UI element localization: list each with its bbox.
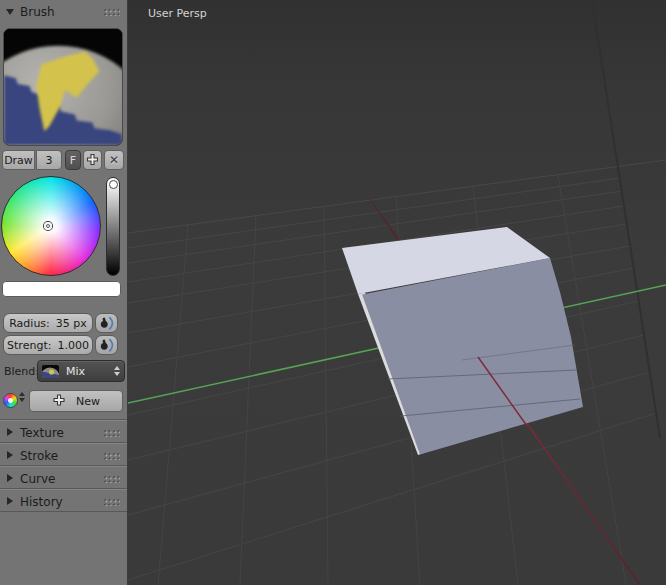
tool-mode-button[interactable]: Draw <box>2 150 35 170</box>
color-wheel[interactable] <box>1 176 101 276</box>
palette-browse-button[interactable] <box>3 393 18 408</box>
grip-dots-icon[interactable] <box>103 429 120 437</box>
texture-slot-button[interactable]: 3 <box>36 150 62 170</box>
panel-title: Texture <box>20 426 64 440</box>
new-button-label: New <box>76 395 100 408</box>
pressure-icon <box>96 336 117 354</box>
brush-panel-header[interactable]: Brush <box>0 0 127 23</box>
blend-label: Blend: <box>4 365 39 378</box>
expand-caret-icon <box>7 474 13 482</box>
blend-dropdown[interactable]: Mix <box>37 360 125 382</box>
grid-boundary-line <box>592 0 660 438</box>
value-slider[interactable] <box>106 177 120 276</box>
expand-caret-icon <box>7 428 13 436</box>
new-palette-button[interactable]: New <box>29 390 123 412</box>
expand-caret-icon <box>7 497 13 505</box>
unlink-brush-button[interactable]: ✕ <box>104 150 124 170</box>
dropdown-arrows-icon <box>114 366 120 376</box>
radius-value: 35 px <box>56 317 87 330</box>
grip-dots-icon[interactable] <box>103 8 120 16</box>
fkey-toggle-button[interactable]: F <box>65 150 81 170</box>
strength-pressure-button[interactable] <box>95 335 118 355</box>
cube[interactable] <box>342 227 583 455</box>
pressure-icon <box>96 314 117 332</box>
close-icon: ✕ <box>109 153 119 167</box>
panel-header-texture[interactable]: Texture <box>0 420 127 443</box>
panel-header-curve[interactable]: Curve <box>0 466 127 489</box>
panel-header-history[interactable]: History <box>0 489 127 512</box>
expand-caret-icon <box>7 451 13 459</box>
collapse-caret-icon <box>6 9 14 15</box>
strength-slider[interactable]: Strengt: 1.000 <box>3 335 93 355</box>
radius-label: Radius: <box>9 317 50 330</box>
panel-title: Stroke <box>20 449 58 463</box>
tool-shelf: Brush <box>0 0 128 585</box>
active-color-swatch[interactable] <box>2 281 121 297</box>
panel-header-stroke[interactable]: Stroke <box>0 443 127 466</box>
blender-window: Brush <box>0 0 666 585</box>
brush-preview-image <box>4 29 122 145</box>
panel-title: History <box>20 495 63 509</box>
radius-pressure-button[interactable] <box>95 313 118 333</box>
scene-svg <box>128 0 666 585</box>
panel-title: Curve <box>20 472 55 486</box>
value-slider-handle[interactable] <box>109 180 118 189</box>
blend-value: Mix <box>66 365 114 378</box>
panel-title: Brush <box>20 5 55 19</box>
plus-icon <box>52 393 66 407</box>
grip-dots-icon[interactable] <box>103 452 120 460</box>
datablock-arrows-icon[interactable] <box>19 392 25 409</box>
view-label: User Persp <box>148 7 207 20</box>
grip-dots-icon[interactable] <box>103 498 120 506</box>
add-brush-button[interactable] <box>83 150 102 170</box>
blend-thumbnail <box>42 365 59 378</box>
strength-label: Strengt: <box>7 339 51 352</box>
color-wheel-cursor[interactable] <box>44 222 52 230</box>
brush-preview <box>3 28 123 146</box>
cube-front-face[interactable] <box>362 258 583 455</box>
strength-value: 1.000 <box>57 339 89 352</box>
viewport-3d[interactable]: User Persp <box>128 0 666 585</box>
plus-icon <box>84 151 101 169</box>
grip-dots-icon[interactable] <box>103 475 120 483</box>
radius-slider[interactable]: Radius: 35 px <box>3 313 93 333</box>
